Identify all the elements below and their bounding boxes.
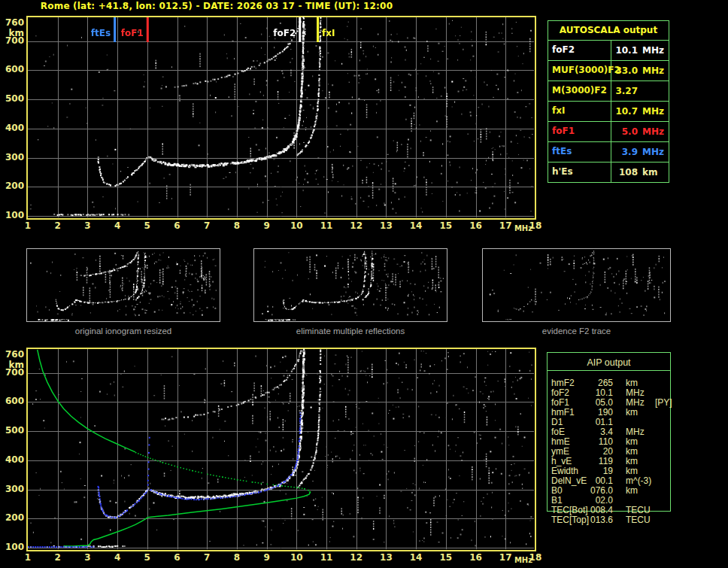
thumbnail-caption-evidence: evidence F2 trace bbox=[482, 327, 671, 336]
aip-row-hmE: hmE110km bbox=[547, 437, 697, 447]
aip-cell bbox=[646, 466, 697, 476]
x-tick-label-top-11: 11 bbox=[317, 220, 336, 231]
y-tick-label-bottom-600: 600 bbox=[0, 396, 26, 406]
autoscala-row-value: 33.0MHz bbox=[611, 61, 669, 80]
marker-label-foF2: foF2 bbox=[239, 28, 296, 38]
x-tick-label-top-8: 8 bbox=[227, 220, 247, 231]
top-ionogram-plot bbox=[26, 16, 536, 220]
aip-cell bbox=[646, 427, 697, 437]
aip-cell bbox=[646, 437, 697, 447]
x-tick-label-top-4: 4 bbox=[108, 220, 127, 231]
x-tick-label-top-2: 2 bbox=[48, 220, 68, 231]
x-tick-label-top-6: 6 bbox=[168, 220, 187, 231]
x-tick-label-bottom-16: 16 bbox=[466, 552, 486, 563]
aip-cell bbox=[646, 447, 697, 457]
thumbnail-caption-original: original ionogram resized bbox=[26, 327, 220, 336]
x-tick-label-top-16: 16 bbox=[466, 220, 486, 231]
x-tick-label-bottom-13: 13 bbox=[376, 552, 396, 563]
autoscala-row-h'Es: h'Es108km bbox=[548, 163, 669, 182]
y-tick-label-top-760: 760 bbox=[0, 17, 26, 28]
thumbnail-caption-eliminate: eliminate multiple reflections bbox=[253, 327, 447, 336]
autoscala-row-foF2: foF210.1MHz bbox=[548, 41, 669, 61]
marker-label-foF1: foF1 bbox=[87, 28, 144, 38]
page-title: Rome (lat: +41.8, lon: 012.5) - DATE: 20… bbox=[0, 1, 433, 11]
x-tick-label-bottom-6: 6 bbox=[168, 552, 187, 563]
aip-table-title: AIP output bbox=[547, 357, 671, 368]
autoscala-table-title: AUTOSCALA output bbox=[548, 21, 669, 41]
aip-row-hmF2: hmF2265km bbox=[547, 378, 697, 388]
aip-cell: [PY] bbox=[646, 398, 697, 408]
autoscala-row-label: M(3000)F2 bbox=[548, 81, 611, 101]
x-tick-label-bottom-15: 15 bbox=[436, 552, 456, 563]
y-tick-label-top-600: 600 bbox=[0, 64, 26, 74]
autoscala-row-ftEs: ftEs3.9MHz bbox=[548, 142, 669, 163]
aip-row-B0: B0076.0km bbox=[547, 486, 697, 496]
x-tick-label-top-1: 1 bbox=[18, 220, 38, 231]
aip-table-rows: hmF2265kmfoF210.1MHzfoF105.0MHz[PY]hmF11… bbox=[547, 378, 697, 525]
x-tick-label-bottom-3: 3 bbox=[77, 552, 97, 563]
y-tick-label-bottom-200: 200 bbox=[0, 512, 26, 523]
x-tick-label-bottom-10: 10 bbox=[287, 552, 306, 563]
aip-row-foF2: foF210.1MHz bbox=[547, 388, 697, 398]
x-tick-label-bottom-8: 8 bbox=[227, 552, 247, 563]
aip-cell bbox=[646, 486, 697, 496]
x-tick-label-top-5: 5 bbox=[138, 220, 157, 231]
autoscala-row-label: h'Es bbox=[548, 163, 611, 182]
marker-label-fxI: fxI bbox=[322, 28, 352, 38]
aip-cell bbox=[646, 418, 697, 427]
x-tick-label-bottom-14: 14 bbox=[406, 552, 426, 563]
thumbnail-evidence-f2-trace bbox=[482, 248, 671, 322]
autoscala-table-rows: foF210.1MHzMUF(3000)F233.0MHzM(3000)F23.… bbox=[548, 41, 669, 182]
x-axis-unit-top: MHz bbox=[513, 224, 534, 232]
autoscala-row-value: 3.9MHz bbox=[611, 142, 669, 162]
autoscala-row-foF1: foF15.0MHz bbox=[548, 122, 669, 142]
aip-cell: km bbox=[613, 408, 646, 418]
aip-cell bbox=[646, 408, 697, 418]
aip-cell bbox=[646, 515, 697, 525]
aip-table-header-divider bbox=[547, 370, 671, 371]
autoscala-row-value: 108km bbox=[611, 163, 669, 182]
aip-row-DelN_vE: DelN_vE00.1m^(-3) bbox=[547, 476, 697, 486]
y-tick-label-top-300: 300 bbox=[0, 152, 26, 163]
aip-cell: 013.6 bbox=[587, 515, 613, 525]
aip-row-TEC[Top]: TEC[Top]013.6TECU bbox=[547, 515, 697, 525]
autoscala-row-M(3000)F2: M(3000)F23.27 bbox=[548, 81, 669, 102]
autoscala-row-value: 10.1MHz bbox=[611, 41, 669, 60]
autoscala-row-MUF(3000)F2: MUF(3000)F233.0MHz bbox=[548, 61, 669, 81]
autoscala-row-fxI: fxI10.7MHz bbox=[548, 102, 669, 122]
y-tick-label-bottom-500: 500 bbox=[0, 425, 26, 436]
x-tick-label-top-7: 7 bbox=[197, 220, 217, 231]
x-tick-label-bottom-2: 2 bbox=[48, 552, 68, 563]
x-tick-label-bottom-12: 12 bbox=[347, 552, 366, 563]
aip-cell bbox=[646, 378, 697, 388]
y-tick-label-bottom-400: 400 bbox=[0, 454, 26, 465]
x-tick-label-top-14: 14 bbox=[406, 220, 426, 231]
autoscala-row-label: foF2 bbox=[548, 41, 611, 60]
autoscala-output-table: AUTOSCALA output foF210.1MHzMUF(3000)F23… bbox=[548, 20, 669, 183]
aip-row-D1: D101.1 bbox=[547, 418, 697, 427]
autoscala-row-label: ftEs bbox=[548, 142, 611, 162]
aip-cell bbox=[646, 476, 697, 486]
x-tick-label-top-10: 10 bbox=[287, 220, 306, 231]
aip-row-hmF1: hmF1190km bbox=[547, 408, 697, 418]
x-tick-label-top-13: 13 bbox=[376, 220, 396, 231]
x-tick-label-bottom-9: 9 bbox=[257, 552, 277, 563]
aip-cell: km bbox=[613, 486, 646, 496]
y-tick-label-top-400: 400 bbox=[0, 123, 26, 133]
x-axis-unit-bottom: MHz bbox=[513, 556, 534, 564]
aip-cell: TECU bbox=[613, 515, 646, 525]
y-tick-label-bottom-100: 100 bbox=[0, 542, 26, 552]
thumbnail-eliminate-reflections bbox=[253, 248, 447, 322]
y-axis-unit-bottom: km bbox=[0, 360, 26, 370]
y-tick-label-bottom-300: 300 bbox=[0, 484, 26, 494]
aip-cell bbox=[646, 496, 697, 506]
x-tick-label-bottom-1: 1 bbox=[18, 552, 38, 563]
autoscala-row-value: 3.27 bbox=[611, 81, 669, 101]
x-tick-label-top-9: 9 bbox=[257, 220, 277, 231]
x-tick-label-bottom-4: 4 bbox=[108, 552, 127, 563]
x-tick-label-top-3: 3 bbox=[77, 220, 97, 231]
x-tick-label-bottom-7: 7 bbox=[197, 552, 217, 563]
aip-cell bbox=[646, 457, 697, 466]
y-tick-label-top-200: 200 bbox=[0, 181, 26, 191]
bottom-ionogram-profile-plot bbox=[26, 348, 536, 551]
